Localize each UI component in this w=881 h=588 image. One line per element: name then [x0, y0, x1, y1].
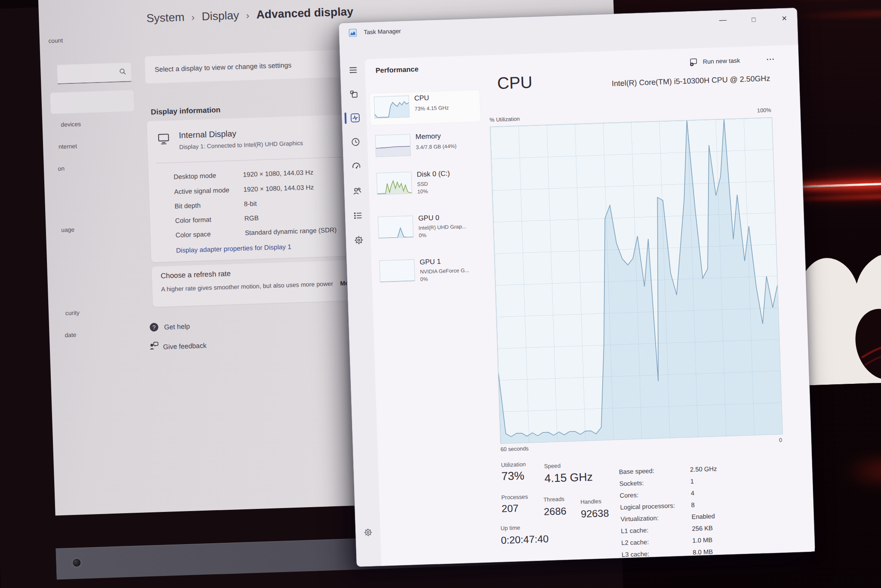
taskbar-icon-dot[interactable] — [73, 559, 81, 567]
perf-card-memory[interactable]: Memory 3.4/7.8 GB (44%) — [370, 128, 482, 164]
settings-search-input[interactable] — [57, 63, 132, 85]
cpu-model-name: Intel(R) Core(TM) i5-10300H CPU @ 2.50GH… — [612, 74, 770, 89]
settings-account-label: count — [48, 37, 63, 44]
performance-icon[interactable] — [349, 112, 361, 123]
get-help-link[interactable]: Get help — [164, 322, 190, 331]
detail-value: 1920 × 1080, 144.03 Hz — [243, 183, 314, 193]
detail-label: Active signal mode — [174, 186, 229, 196]
detail-label: Color format — [175, 216, 212, 224]
users-icon[interactable] — [352, 186, 363, 196]
perf-card-disk0[interactable]: Disk 0 (C:) SSD 10% — [372, 166, 484, 208]
stat-value: 207 — [502, 502, 519, 515]
stat-value: 4.15 GHz — [544, 470, 593, 485]
breadcrumb-system[interactable]: System — [146, 10, 185, 25]
settings-gear-icon[interactable] — [363, 527, 373, 537]
display-information-header: Display information — [151, 106, 220, 117]
detail-label: Desktop mode — [173, 172, 216, 181]
task-manager-app-icon — [349, 29, 357, 37]
sidebar-item-time-language[interactable]: uage — [61, 226, 74, 233]
axis-label-60-seconds: 60 seconds — [500, 445, 529, 452]
wallpaper-red-streak — [789, 9, 881, 20]
internal-display-title: Internal Display — [179, 129, 236, 141]
perf-card-sub: Intel(R) UHD Grap... — [419, 224, 466, 231]
breadcrumb-advanced-display: Advanced display — [256, 5, 353, 21]
performance-panel: Performance Run new task ... CPU 73% 4.1… — [365, 45, 815, 566]
monitor-icon — [157, 132, 170, 146]
menu-icon[interactable] — [348, 64, 358, 75]
sidebar-item-system-selected[interactable] — [50, 90, 134, 114]
disk-mini-chart — [376, 172, 412, 195]
spec-label: Cores: — [619, 491, 638, 499]
spec-label: L3 cache: — [622, 550, 650, 558]
stat-label: Speed — [544, 462, 561, 470]
minimize-button[interactable]: — — [712, 12, 733, 28]
detail-label: Bit depth — [175, 202, 201, 210]
more-options-button[interactable]: ... — [762, 50, 780, 65]
cpu-panel-title: CPU — [497, 73, 533, 93]
sidebar-item-personalisation[interactable]: on — [58, 165, 65, 172]
detail-label: Color space — [176, 230, 211, 239]
page-title: Performance — [376, 65, 419, 75]
spec-value: 4 — [691, 490, 695, 497]
perf-card-title: GPU 0 — [418, 214, 440, 222]
selected-indicator — [345, 113, 347, 124]
perf-card-sub: 0% — [420, 276, 428, 282]
details-icon[interactable] — [353, 210, 363, 221]
processes-icon[interactable] — [348, 89, 359, 100]
perf-card-sub: NVIDIA GeForce G... — [420, 267, 469, 275]
spec-value: 8.0 MB — [693, 548, 713, 556]
spec-value: 256 KB — [692, 524, 713, 532]
sidebar-item-network-internet[interactable]: nternet — [59, 143, 77, 150]
chevron-right-icon: › — [246, 10, 250, 21]
perf-card-gpu1[interactable]: GPU 1 NVIDIA GeForce G... 0% — [375, 254, 487, 296]
gpu1-mini-chart — [379, 259, 415, 282]
spec-value: 1.0 MB — [692, 536, 712, 544]
spec-label: Logical processors: — [620, 502, 675, 511]
run-new-task-label: Run new task — [702, 57, 740, 65]
perf-card-title: Disk 0 (C:) — [417, 169, 450, 178]
spec-value: 2.50 GHz — [690, 465, 717, 473]
search-icon — [119, 67, 127, 76]
spec-label: Base speed: — [619, 467, 655, 475]
give-feedback-link[interactable]: Give feedback — [163, 342, 207, 351]
stat-label: Utilization — [501, 461, 526, 468]
stat-value: 0:20:47:40 — [501, 533, 549, 546]
sidebar-item-bluetooth-devices[interactable]: devices — [61, 121, 81, 128]
perf-card-cpu[interactable]: CPU 73% 4.15 GHz — [369, 89, 481, 126]
task-manager-window: Task Manager — □ × Performance — [339, 8, 815, 567]
display-adapter-properties-link[interactable]: Display adapter properties for Display 1 — [176, 243, 291, 254]
startup-apps-icon[interactable] — [351, 161, 362, 172]
perf-card-gpu0[interactable]: GPU 0 Intel(R) UHD Grap... 0% — [373, 210, 485, 252]
breadcrumb-display[interactable]: Display — [201, 9, 239, 23]
sidebar-item-windows-update[interactable]: date — [65, 331, 76, 338]
perf-card-sub: SSD — [417, 181, 428, 187]
stat-value: 2686 — [544, 505, 567, 518]
perf-card-title: GPU 1 — [419, 257, 441, 266]
detail-value: Standard dynamic range (SDR) — [245, 226, 337, 236]
maximize-button[interactable]: □ — [743, 11, 764, 27]
perf-card-sub: 73% 4.15 GHz — [415, 105, 449, 112]
stat-label: Threads — [543, 496, 564, 503]
window-title: Task Manager — [363, 28, 401, 36]
laptop-screen: count devices nternet on uage curity dat… — [0, 0, 881, 588]
run-new-task-button[interactable]: Run new task — [683, 53, 745, 70]
services-icon[interactable] — [353, 235, 364, 245]
stat-value: 92638 — [581, 507, 609, 520]
spec-value: Enabled — [691, 513, 715, 521]
stat-label: Processes — [501, 493, 528, 501]
breadcrumb: System › Display › Advanced display — [146, 5, 354, 25]
stat-label: Handles — [580, 498, 601, 505]
close-button[interactable]: × — [774, 10, 795, 26]
app-history-icon[interactable] — [350, 137, 361, 147]
axis-label-utilization: % Utilization — [490, 116, 520, 123]
cpu-utilization-chart — [490, 117, 783, 444]
perf-card-title: Memory — [416, 132, 441, 141]
spec-value: 8 — [691, 502, 695, 509]
sidebar-item-privacy-security[interactable]: curity — [65, 309, 80, 316]
detail-value: 1920 × 1080, 144.03 Hz — [243, 168, 313, 178]
axis-label-0: 0 — [738, 437, 782, 445]
stat-label: Up time — [500, 524, 520, 532]
wallpaper-red-streak — [770, 0, 881, 0]
detail-value: 8-bit — [244, 199, 257, 207]
axis-label-100: 100% — [727, 107, 771, 115]
